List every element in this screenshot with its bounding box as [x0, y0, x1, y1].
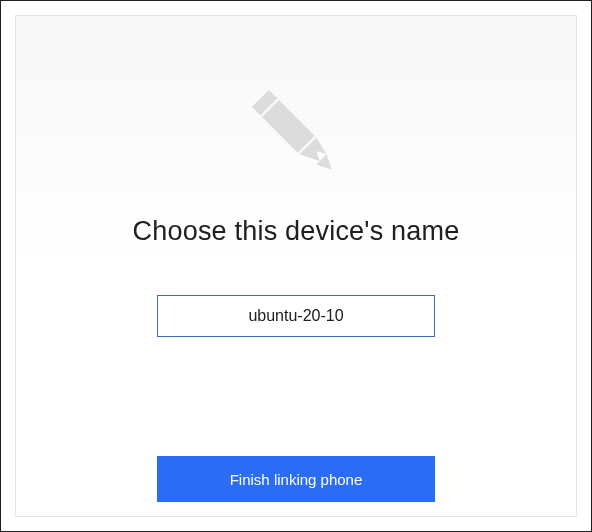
finish-linking-button[interactable]: Finish linking phone: [157, 456, 435, 502]
dialog-outer-frame: Choose this device's name Finish linking…: [0, 0, 592, 532]
dialog-heading: Choose this device's name: [133, 216, 460, 247]
device-name-input[interactable]: [157, 295, 435, 337]
svg-rect-1: [262, 100, 315, 153]
dialog-icon-wrap: [236, 74, 356, 194]
dialog-panel: Choose this device's name Finish linking…: [15, 15, 577, 517]
svg-marker-3: [316, 154, 336, 174]
pencil-icon: [236, 74, 356, 194]
device-name-input-wrap: [157, 295, 435, 337]
